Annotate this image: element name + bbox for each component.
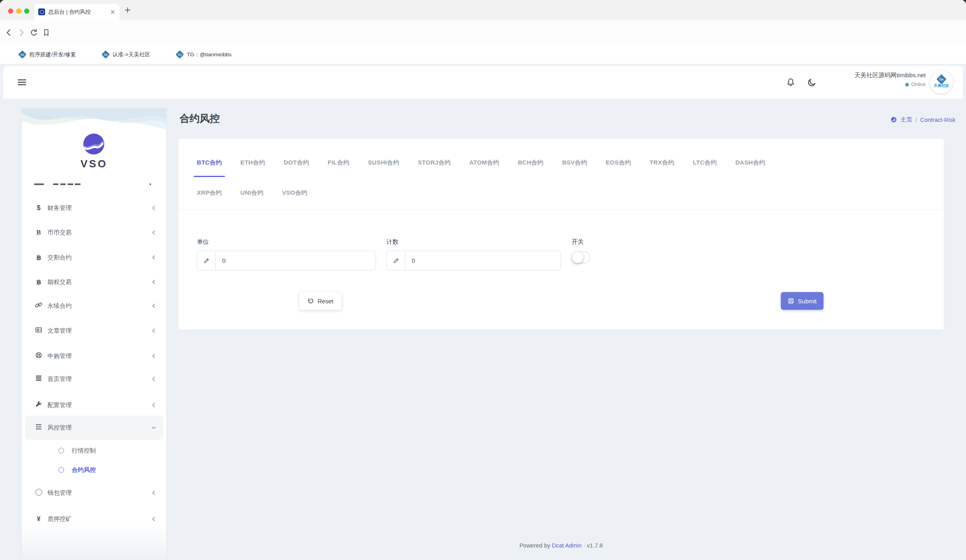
- notifications-bell-icon[interactable]: [786, 78, 795, 87]
- chevron-left-icon: [151, 516, 157, 522]
- reset-button[interactable]: Reset: [299, 292, 341, 310]
- baht-icon: ฿: [34, 253, 43, 262]
- tab-btc-contract[interactable]: BTC合约: [197, 159, 222, 167]
- online-status-label: Online: [911, 82, 926, 87]
- circle-icon: [58, 448, 64, 453]
- pencil-icon: [387, 251, 405, 270]
- switch-knob: [572, 252, 583, 263]
- sidebar-subitem-contract-risk[interactable]: 合约风控: [22, 460, 166, 480]
- circle-icon: [58, 467, 64, 473]
- sidebar-toggle-icon[interactable]: [18, 79, 26, 85]
- sidebar-item-finance[interactable]: $ 财务管理: [22, 196, 166, 220]
- app-header: 天美社区源码网timibbs.net Online Tm 天美社区: [3, 66, 963, 99]
- bookmark-favicon-icon: Tm: [101, 50, 109, 59]
- link-icon: [34, 301, 43, 310]
- count-label: 计数: [386, 238, 561, 246]
- tab-trx-contract[interactable]: TRX合约: [650, 159, 675, 167]
- dark-mode-moon-icon[interactable]: [807, 78, 817, 87]
- browser-tab[interactable]: 总后台 | 合约风控: [34, 4, 120, 20]
- chevron-left-icon: [151, 328, 157, 334]
- app-logo-icon: [83, 134, 104, 154]
- switch-toggle[interactable]: [572, 251, 590, 264]
- close-window-button[interactable]: [8, 8, 13, 14]
- life-ring-icon: [34, 352, 43, 360]
- tab-xrp-contract[interactable]: XRP合约: [197, 189, 222, 197]
- contract-tabs: BTC合约 ETH合约 DOT合约 FIL合约 SUSHI合约 STORJ合约 …: [178, 139, 944, 210]
- btc-letter-icon: B: [34, 229, 43, 237]
- chevron-left-icon: [151, 376, 157, 382]
- sidebar-item-perpetual-contract[interactable]: 永续合约: [22, 294, 166, 318]
- sidebar-item-staking[interactable]: ¥ 质押挖矿: [22, 507, 166, 531]
- zoom-window-button[interactable]: [24, 8, 29, 14]
- tab-eth-contract[interactable]: ETH合约: [240, 159, 265, 167]
- tab-title: 总后台 | 合约风控: [48, 8, 107, 16]
- bookmarks-bar: Tm 程序搭建/开发/修复 Tm 认准->天美社区 Tm TG：@tianmei…: [0, 45, 966, 64]
- back-icon[interactable]: [5, 29, 13, 37]
- sidebar-item-options-trade[interactable]: ฿ 期权交易: [22, 270, 166, 294]
- chevron-left-icon: [151, 490, 157, 496]
- outdent-icon: [34, 423, 43, 432]
- bookmark-item[interactable]: Tm 认准->天美社区: [103, 51, 150, 58]
- close-tab-icon[interactable]: [110, 9, 116, 15]
- bars-icon: [34, 375, 43, 383]
- bookmark-icon[interactable]: [42, 29, 50, 37]
- tab-uni-contract[interactable]: UNI合约: [240, 189, 263, 197]
- minimize-window-button[interactable]: [16, 8, 21, 14]
- bookmark-favicon-icon: Tm: [175, 50, 184, 59]
- pencil-icon: [197, 251, 216, 270]
- bookmark-item[interactable]: Tm TG：@tianmeibbs: [177, 51, 231, 58]
- chevron-left-icon: [151, 279, 157, 285]
- risk-form: 单位 计数 开关: [178, 210, 944, 270]
- wrench-icon: [34, 401, 43, 410]
- page-title: 合约风控: [180, 112, 220, 125]
- sidebar-item-delivery-contract[interactable]: ฿ 交割合约: [22, 245, 166, 270]
- tab-ltc-contract[interactable]: LTC合约: [693, 159, 717, 167]
- new-tab-icon[interactable]: [124, 6, 131, 14]
- chevron-left-icon: [151, 205, 157, 211]
- user-info[interactable]: 天美社区源码网timibbs.net Online: [854, 72, 926, 87]
- sidebar-item-homepage[interactable]: 首页管理: [22, 367, 166, 391]
- version-label: v1.7.8: [587, 542, 603, 549]
- tab-fil-contract[interactable]: FIL合约: [328, 159, 349, 167]
- browser-window: 总后台 | 合约风控 https://jys111.timibbs.vip/ti…: [0, 0, 966, 560]
- breadcrumb-home-link[interactable]: 主页: [900, 116, 912, 124]
- chevron-left-icon: [151, 303, 157, 309]
- tab-sushi-contract[interactable]: SUSHI合约: [368, 159, 399, 167]
- forward-icon[interactable]: [17, 29, 25, 37]
- switch-field: 开关: [572, 238, 590, 270]
- reload-icon[interactable]: [30, 29, 38, 37]
- tab-atom-contract[interactable]: ATOM合约: [469, 159, 500, 167]
- sidebar-item-wallet[interactable]: 钱包管理: [22, 481, 166, 505]
- unit-field: 单位: [197, 238, 376, 270]
- sidebar-item-subscription[interactable]: 申购管理: [22, 344, 166, 368]
- unit-label: 单位: [197, 238, 376, 246]
- tab-vso-contract[interactable]: VSO合约: [282, 189, 308, 197]
- dcat-admin-link[interactable]: Dcat Admin: [552, 542, 582, 549]
- tab-bch-contract[interactable]: BCH合约: [518, 159, 543, 167]
- submit-button[interactable]: Submit: [781, 292, 824, 310]
- sidebar-item-risk-management[interactable]: 风控管理: [25, 416, 163, 440]
- breadcrumb-current: Contract-Risk: [920, 117, 956, 123]
- bookmark-item[interactable]: Tm 程序搭建/开发/修复: [19, 51, 76, 58]
- contract-risk-card: BTC合约 ETH合约 DOT合约 FIL合约 SUSHI合约 STORJ合约 …: [178, 139, 944, 330]
- sidebar-item-spot-trade[interactable]: B 币币交易: [22, 220, 166, 245]
- sidebar-subitem-market-control[interactable]: 行情控制: [22, 441, 166, 460]
- breadcrumb-separator: /: [915, 117, 917, 123]
- site-name: 天美社区源码网timibbs.net: [854, 72, 926, 79]
- tab-eos-contract[interactable]: EOS合约: [606, 159, 631, 167]
- sidebar-item-settings[interactable]: 配置管理: [22, 393, 166, 417]
- avatar[interactable]: Tm 天美社区: [930, 70, 953, 94]
- tab-storj-contract[interactable]: STORJ合约: [418, 159, 451, 167]
- unit-input[interactable]: [216, 251, 376, 270]
- chevron-left-icon: [151, 402, 157, 408]
- switch-label: 开关: [572, 238, 590, 246]
- count-input[interactable]: [405, 251, 561, 270]
- tab-dash-contract[interactable]: DASH合约: [735, 159, 765, 167]
- tab-dot-contract[interactable]: DOT合约: [284, 159, 309, 167]
- chevron-left-icon: [151, 230, 157, 235]
- browser-toolbar: https://jys111.timibbs.vip/timibbs/contr…: [0, 20, 966, 45]
- sidebar-item-clipped[interactable]: [22, 182, 166, 187]
- save-icon: [788, 298, 794, 304]
- sidebar-item-articles[interactable]: 文章管理: [22, 319, 166, 343]
- tab-bsv-contract[interactable]: BSV合约: [562, 159, 587, 167]
